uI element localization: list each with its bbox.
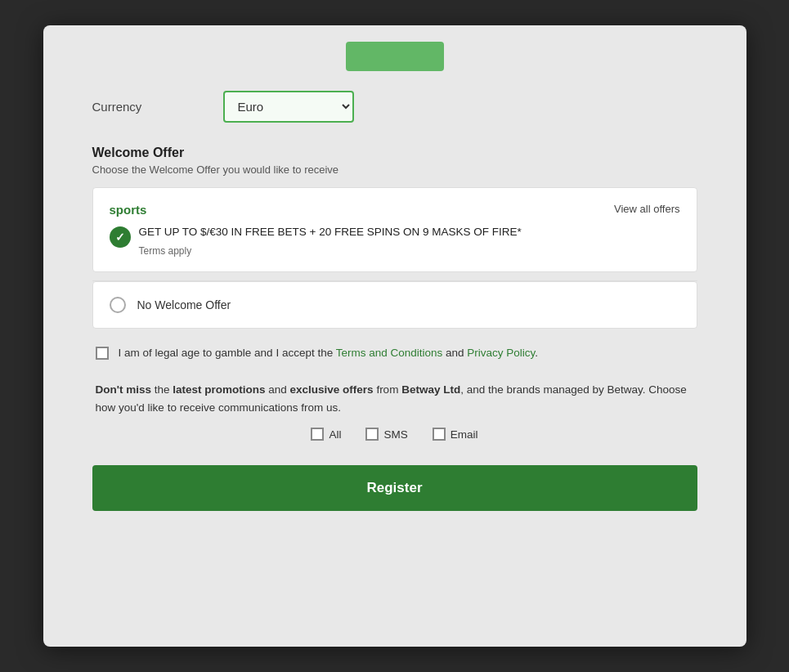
legal-age-checkbox[interactable] (96, 347, 109, 360)
welcome-offer-subtitle: Choose the Welcome Offer you would like … (92, 164, 697, 176)
registration-modal: Currency Euro US Dollar British Pound Sw… (43, 25, 746, 647)
comm-label-all: All (329, 428, 341, 441)
no-offer-radio[interactable] (110, 297, 126, 313)
promo-from: from (374, 383, 402, 396)
communication-options: All SMS Email (96, 428, 694, 441)
promotions-section: Don't miss the latest promotions and exc… (92, 381, 697, 441)
welcome-offer-title: Welcome Offer (92, 146, 697, 160)
legal-age-text: I am of legal age to gamble and I accept… (119, 345, 539, 361)
no-offer-card[interactable]: No Welcome Offer (92, 281, 697, 329)
comm-label-email: Email (451, 428, 478, 441)
promo-and: and (266, 383, 290, 396)
latest-promotions-text: latest promotions (173, 383, 265, 396)
currency-label: Currency (92, 100, 223, 114)
comm-option-sms: SMS (365, 428, 407, 441)
comm-option-email: Email (433, 428, 478, 441)
legal-text-after: . (535, 347, 538, 359)
exclusive-offers-text: exclusive offers (290, 383, 374, 396)
promotions-text: Don't miss the latest promotions and exc… (96, 381, 694, 416)
register-button[interactable]: Register (92, 465, 697, 511)
comm-option-all: All (311, 428, 341, 441)
offer-check-circle (110, 226, 131, 248)
sports-category-label: sports (110, 203, 522, 217)
currency-row: Currency Euro US Dollar British Pound Sw… (92, 91, 697, 123)
offer-text: GET UP TO $/€30 IN FREE BETS + 20 FREE S… (139, 225, 522, 240)
legal-text-before: I am of legal age to gamble and I accept… (119, 347, 336, 359)
terms-apply: Terms apply (139, 245, 522, 257)
view-all-offers-link[interactable]: View all offers (614, 203, 679, 215)
legal-age-row: I am of legal age to gamble and I accept… (92, 345, 697, 361)
comm-checkbox-email[interactable] (433, 428, 446, 441)
comm-checkbox-sms[interactable] (365, 428, 379, 441)
legal-and: and (442, 347, 467, 359)
offer-selected-icon: sports GET UP TO $/€30 IN FREE BETS + 20… (110, 203, 522, 257)
comm-checkbox-all[interactable] (311, 428, 324, 441)
previous-section-stub (346, 42, 444, 71)
welcome-offer-section: Welcome Offer Choose the Welcome Offer y… (92, 146, 697, 329)
comm-label-sms: SMS (383, 428, 407, 441)
betway-ltd-text: Betway Ltd (401, 383, 460, 396)
sports-offer-card[interactable]: sports GET UP TO $/€30 IN FREE BETS + 20… (92, 187, 697, 272)
no-offer-label: No Welcome Offer (137, 298, 231, 311)
terms-conditions-link[interactable]: Terms and Conditions (336, 347, 443, 359)
dont-miss-text: Don't miss (96, 383, 151, 396)
currency-select[interactable]: Euro US Dollar British Pound Swedish Kro… (223, 91, 354, 123)
privacy-policy-link[interactable]: Privacy Policy (467, 347, 535, 359)
promo-the: the (151, 383, 173, 396)
